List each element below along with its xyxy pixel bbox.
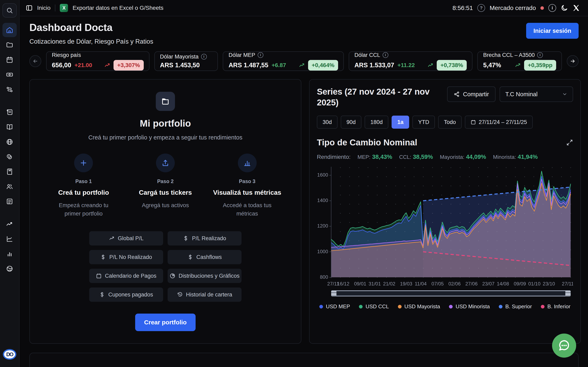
ticker-badge: +0,738% (437, 60, 467, 71)
feature-calendario: Calendario de Pagos (89, 269, 163, 283)
date-range-picker[interactable]: 27/11/24 – 27/11/25 (465, 116, 533, 129)
expand-icon[interactable] (566, 139, 573, 146)
sidebar-item-docs[interactable] (2, 120, 17, 134)
ticker-card-brecha[interactable]: Brecha CCL – A3500i 5,47% +0,359pp (477, 51, 562, 71)
feature-pl-no-realizado: P/L No Realizado (89, 250, 163, 264)
sidebar-item-trends[interactable] (2, 217, 17, 231)
share-button[interactable]: Compartir (447, 86, 495, 102)
info-icon: i (201, 54, 207, 59)
tab-180d[interactable]: 180d (365, 116, 388, 129)
series-type-value: T.C Nominal (505, 91, 537, 98)
ticker-prev-button[interactable] (29, 55, 41, 67)
breadcrumb-home[interactable]: Inicio (37, 5, 51, 11)
ticker-value: ARS 1.453,50 (160, 62, 200, 69)
feature-label: Distribuciones y Gráficos (179, 273, 240, 279)
chart-range-slider[interactable] (331, 290, 571, 296)
trending-up-icon (6, 220, 13, 228)
arrow-right-icon (570, 58, 576, 64)
sidebar-item-stats[interactable] (2, 247, 17, 261)
spark-up-green-icon (427, 62, 433, 68)
range-tabs: 30d 90d 180d 1a YTD Todo 27/11/24 – 27/1… (317, 116, 573, 129)
ticker-badge: +0,359pp (524, 60, 556, 71)
ticker-label: Dólar Mayorista (160, 54, 199, 60)
help-icon[interactable]: ? (477, 4, 485, 12)
x-social-icon[interactable] (572, 4, 580, 12)
sidebar: DO (0, 0, 20, 367)
scroll-text-icon (6, 108, 13, 116)
chart-bar-icon (6, 250, 13, 258)
login-button[interactable]: Iniciar sesión (526, 23, 579, 39)
search-icon (6, 7, 13, 14)
tab-1a[interactable]: 1a (392, 116, 409, 129)
calendar-icon (471, 119, 476, 125)
topbar: Inicio X Exportar datos en Excel o G/She… (20, 0, 588, 16)
spark-up-red-icon (104, 62, 110, 68)
ticker-card-riesgo-pais[interactable]: Riesgo país 656,00 +21.00 +3,307% (46, 51, 149, 71)
series-title: Series (27 nov 2024 - 27 nov 2025) (317, 86, 443, 108)
perf-name: Minorista: (493, 154, 516, 160)
legend-banda-superior: B. Superior (499, 303, 532, 310)
feature-label: P/L No Realizado (109, 254, 152, 260)
feature-global-pl: Global P/L (89, 231, 163, 245)
home-icon (6, 26, 13, 34)
calendar-icon (6, 56, 13, 63)
slider-handle-right[interactable] (565, 291, 571, 296)
perf-value: 38,59% (413, 154, 433, 160)
info-icon[interactable]: i (548, 4, 556, 12)
chat-bubble-icon (558, 339, 571, 352)
slider-handle-left[interactable] (331, 291, 337, 296)
sidebar-item-coins[interactable] (2, 150, 17, 164)
sidebar-item-analytics[interactable] (2, 232, 17, 246)
tab-todo[interactable]: Todo (438, 116, 462, 129)
series-type-select[interactable]: T.C Nominal (500, 86, 573, 102)
tab-30d[interactable]: 30d (317, 116, 337, 129)
feature-cashflows: Cashflows (168, 250, 242, 264)
ticker-card-dolar-mep[interactable]: Dólar MEPi ARS 1.487,55 +6.87 +0,464% (223, 51, 344, 71)
perf-value: 38,43% (372, 154, 392, 160)
tab-ytd[interactable]: YTD (412, 116, 435, 129)
feature-cupones: Cupones pagados (89, 287, 163, 302)
portfolio-panel: Mi portfolio Creá tu primer porfolio y e… (29, 79, 301, 344)
create-portfolio-button[interactable]: Crear portfolio (135, 314, 196, 331)
ticker-value: ARS 1.533,07 (355, 62, 394, 69)
sidebar-item-portfolios[interactable] (2, 38, 17, 52)
share-label: Compartir (463, 91, 489, 98)
sidebar-item-news[interactable] (2, 194, 17, 209)
feature-distribuciones: Distribuciones y Gráficos (168, 269, 242, 283)
search-button[interactable] (2, 3, 17, 17)
sidebar-item-home[interactable] (2, 23, 17, 37)
sidebar-item-routes[interactable] (2, 82, 17, 97)
sidebar-toggle-icon[interactable] (26, 4, 33, 11)
ticker-next-button[interactable] (567, 55, 579, 67)
sidebar-item-world[interactable] (2, 262, 17, 276)
perf-name: CCL: (399, 154, 411, 160)
chart-title: Tipo de Cambio Nominal (317, 138, 417, 147)
step-number: Paso 3 (239, 178, 255, 184)
ticker-card-dolar-mayorista[interactable]: Dólar Mayoristai ARS 1.453,50 (154, 51, 218, 71)
dollar-icon (187, 254, 193, 260)
exchange-rate-chart[interactable] (317, 164, 573, 289)
spark-up-green-icon (515, 62, 521, 68)
portfolio-subtitle: Creá tu primer porfolio y empeza a segui… (88, 134, 242, 141)
chat-button[interactable] (552, 334, 576, 358)
sidebar-item-cash[interactable] (2, 67, 17, 82)
sidebar-item-library[interactable] (2, 165, 17, 179)
sidebar-item-calendar[interactable] (2, 53, 17, 67)
dark-mode-icon[interactable] (561, 4, 568, 12)
page-subtitle: Cotizaciones de Dólar, Riesgo País y Rat… (29, 38, 153, 45)
sidebar-item-global[interactable] (2, 135, 17, 149)
tab-90d[interactable]: 90d (341, 116, 361, 129)
step-title: Creá tu portfolio (58, 189, 109, 196)
notebook-icon (6, 198, 13, 205)
trend-icon (109, 235, 114, 241)
ticker-card-dolar-ccl[interactable]: Dólar CCLi ARS 1.533,07 +11.22 +0,738% (349, 51, 473, 71)
bar-chart-icon (238, 154, 257, 172)
dollar-icon (99, 292, 105, 298)
export-link[interactable]: Exportar datos en Excel o G/Sheets (72, 5, 163, 11)
sidebar-item-reports[interactable] (2, 105, 17, 119)
ticker-change: +11.22 (398, 62, 415, 68)
feature-historial: Historial de cartera (168, 287, 242, 302)
legend-dot (359, 305, 363, 309)
legend-dot (499, 305, 502, 309)
sidebar-item-community[interactable] (2, 179, 17, 194)
